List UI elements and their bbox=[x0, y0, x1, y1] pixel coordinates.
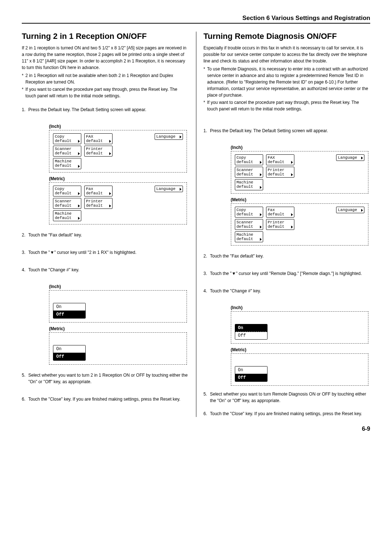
right-steps-5to6: 5.Select whether you want to turn Remote… bbox=[204, 391, 371, 417]
printer-default-button[interactable]: Printerdefault bbox=[266, 219, 294, 230]
step-1: 1.Press the Default key. The Default Set… bbox=[22, 106, 189, 113]
panel-label-metric: (Metric) bbox=[231, 197, 371, 202]
option-off[interactable]: Off bbox=[235, 374, 267, 381]
left-steps-2to4: 2.Touch the "Fax default" key. 3.Touch t… bbox=[22, 232, 189, 273]
asterisk: * bbox=[204, 66, 207, 98]
language-button[interactable]: Language bbox=[336, 154, 364, 161]
default-panel-metric: Copydefault Faxdefault Language Scannerd… bbox=[231, 203, 369, 246]
panel-label-inch-onoff: (Inch) bbox=[231, 305, 371, 310]
option-on[interactable]: On bbox=[53, 345, 85, 353]
right-notes: *To use Remote Diagnosis, it is necessar… bbox=[204, 66, 371, 112]
fax-default-button[interactable]: Faxdefault bbox=[84, 186, 113, 197]
step-4: 4.Touch the "Change #" key. bbox=[204, 288, 371, 294]
asterisk: * bbox=[22, 72, 25, 85]
step-text: Touch the "▼" cursor key until "2 in 1 R… bbox=[28, 249, 189, 256]
option-on[interactable]: On bbox=[235, 324, 267, 332]
step-text: Select whether you want to turn Remote D… bbox=[210, 391, 371, 404]
step-number: 2. bbox=[22, 232, 28, 238]
onoff-toggle[interactable]: On Off bbox=[53, 303, 86, 319]
step-6: 6.Touch the "Close" key. If you are fini… bbox=[204, 410, 371, 417]
fax-default-button[interactable]: FAXdefault bbox=[266, 154, 294, 165]
step-number: 4. bbox=[204, 288, 210, 294]
step-number: 1. bbox=[22, 106, 28, 113]
onoff-panel-metric: On Off bbox=[231, 353, 369, 386]
scanner-default-button[interactable]: Scannerdefault bbox=[235, 219, 263, 230]
right-steps-2to4: 2.Touch the "Fax default" key. 3.Touch t… bbox=[204, 253, 371, 294]
note-text: 2 in 1 Reception will not be available w… bbox=[25, 72, 189, 85]
fax-default-button[interactable]: FAXdefault bbox=[84, 133, 113, 144]
section-header: Section 6 Various Settings and Registrat… bbox=[22, 15, 370, 24]
right-title: Turning Remote Diagnosis ON/OFF bbox=[204, 32, 371, 41]
note-item: *If you want to cancel the procedure par… bbox=[22, 86, 189, 99]
step-3: 3.Touch the "▼" cursor key until "2 in 1… bbox=[22, 249, 189, 256]
step-number: 5. bbox=[22, 372, 28, 385]
panel-label-metric: (Metric) bbox=[49, 176, 189, 181]
language-button[interactable]: Language bbox=[155, 133, 183, 140]
step-6: 6.Touch the "Close" key. If you are fini… bbox=[22, 396, 189, 402]
step-text: Press the Default key. The Default Setti… bbox=[28, 106, 189, 113]
machine-default-button[interactable]: Machinedefault bbox=[53, 210, 81, 221]
machine-default-button[interactable]: Machinedefault bbox=[235, 231, 263, 242]
left-intro: If 2 in 1 reception is turned ON and two… bbox=[22, 45, 189, 71]
step-text: Select whether you want to turn 2 in 1 R… bbox=[28, 372, 189, 385]
step-text: Touch the "Close" key. If you are finish… bbox=[210, 410, 371, 417]
copy-default-button[interactable]: Copydefault bbox=[235, 207, 263, 218]
step-number: 3. bbox=[22, 249, 28, 256]
step-4: 4.Touch the "Change #" key. bbox=[22, 267, 189, 273]
step-text: Touch the "▼" cursor key until "Remote D… bbox=[210, 270, 371, 277]
onoff-toggle[interactable]: On Off bbox=[53, 345, 86, 361]
onoff-toggle[interactable]: On Off bbox=[235, 366, 268, 382]
scanner-default-button[interactable]: Scannerdefault bbox=[53, 146, 81, 157]
step-text: Touch the "Change #" key. bbox=[28, 267, 189, 273]
printer-default-button[interactable]: Printerdefault bbox=[84, 146, 113, 157]
step-number: 4. bbox=[22, 267, 28, 273]
asterisk: * bbox=[22, 86, 25, 99]
fax-default-button[interactable]: Faxdefault bbox=[266, 207, 294, 218]
step-number: 2. bbox=[204, 253, 210, 259]
step-number: 5. bbox=[204, 391, 210, 404]
step-number: 6. bbox=[22, 396, 28, 402]
option-off[interactable]: Off bbox=[53, 311, 85, 318]
machine-default-button[interactable]: Machinedefault bbox=[53, 158, 81, 169]
left-steps-5to6: 5.Select whether you want to turn 2 in 1… bbox=[22, 372, 189, 402]
default-panel-inch: Copydefault FAXdefault Language Scannerd… bbox=[231, 151, 369, 194]
option-on[interactable]: On bbox=[53, 303, 85, 311]
step-1: 1.Press the Default key. The Default Set… bbox=[204, 127, 371, 134]
page-number: 6-9 bbox=[22, 426, 370, 432]
copy-default-button[interactable]: Copydefault bbox=[235, 154, 263, 165]
step-5: 5.Select whether you want to turn 2 in 1… bbox=[22, 372, 189, 385]
left-column: Turning 2 in 1 Reception ON/OFF If 2 in … bbox=[22, 32, 196, 417]
page-columns: Turning 2 in 1 Reception ON/OFF If 2 in … bbox=[22, 32, 370, 417]
machine-default-button[interactable]: Machinedefault bbox=[235, 179, 263, 190]
copy-default-button[interactable]: Copydefault bbox=[53, 133, 81, 144]
onoff-panel-inch: On Off bbox=[49, 290, 187, 323]
step-2: 2.Touch the "Fax default" key. bbox=[22, 232, 189, 238]
right-column: Turning Remote Diagnosis ON/OFF Especial… bbox=[196, 32, 371, 417]
panel-label-inch: (Inch) bbox=[49, 124, 189, 129]
copy-default-button[interactable]: Copydefault bbox=[53, 186, 81, 197]
language-button[interactable]: Language bbox=[336, 207, 364, 213]
left-title: Turning 2 in 1 Reception ON/OFF bbox=[22, 32, 189, 41]
onoff-panel-metric: On Off bbox=[49, 332, 187, 365]
default-panel-inch: Copydefault FAXdefault Language Scannerd… bbox=[49, 130, 187, 173]
note-item: *If you want to cancel the procedure par… bbox=[204, 99, 371, 112]
language-button[interactable]: Language bbox=[155, 186, 183, 192]
step-number: 6. bbox=[204, 410, 210, 417]
onoff-panel-inch: On Off bbox=[231, 311, 369, 344]
asterisk: * bbox=[204, 99, 207, 112]
left-notes: *2 in 1 Reception will not be available … bbox=[22, 72, 189, 99]
left-steps: 1.Press the Default key. The Default Set… bbox=[22, 106, 189, 113]
scanner-default-button[interactable]: Scannerdefault bbox=[235, 167, 263, 178]
step-number: 1. bbox=[204, 127, 210, 134]
option-on[interactable]: On bbox=[235, 366, 267, 374]
step-text: Touch the "Change #" key. bbox=[210, 288, 371, 294]
printer-default-button[interactable]: Printerdefault bbox=[266, 167, 294, 178]
step-number: 3. bbox=[204, 270, 210, 277]
option-off[interactable]: Off bbox=[235, 332, 267, 339]
step-text: Touch the "Fax default" key. bbox=[28, 232, 189, 238]
step-text: Press the Default key. The Default Setti… bbox=[210, 127, 371, 134]
scanner-default-button[interactable]: Scannerdefault bbox=[53, 198, 81, 209]
option-off[interactable]: Off bbox=[53, 353, 85, 360]
printer-default-button[interactable]: Printerdefault bbox=[84, 198, 113, 209]
onoff-toggle[interactable]: On Off bbox=[235, 324, 268, 340]
